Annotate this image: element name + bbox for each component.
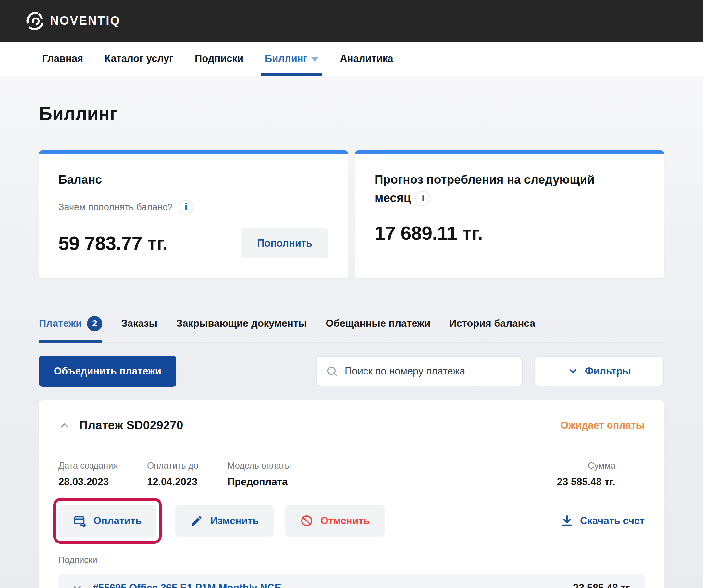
download-invoice-label: Скачать счет [580, 515, 644, 527]
forecast-title-text: Прогноз потребления на следующий месяц [375, 173, 595, 204]
nav-item-catalog[interactable]: Каталог услуг [104, 41, 173, 76]
subscription-link[interactable]: #55695 Office 365 E1 P1M Monthly NCE [93, 582, 282, 588]
tab-label: Закрывающие документы [176, 318, 307, 329]
forecast-amount: 17 689.11 тг. [375, 222, 644, 244]
nav-label: Подписки [195, 53, 243, 65]
field-label: Модель оплаты [228, 461, 291, 471]
payment-fields-row: Дата создания 28.03.2023 Оплатить до 12.… [59, 461, 644, 488]
topup-button[interactable]: Пополнить [241, 229, 328, 258]
subscriptions-label: Подписки [59, 555, 97, 565]
balance-hint-text: Зачем пополнять баланс? [59, 202, 173, 213]
field-value: 28.03.2023 [59, 476, 118, 488]
summary-cards: Баланс Зачем пополнять баланс? i 59 783.… [39, 150, 664, 278]
info-icon[interactable]: i [178, 200, 193, 215]
balance-hint-row: Зачем пополнять баланс? i [59, 200, 328, 215]
tab-promised-payments[interactable]: Обещанные платежи [325, 316, 431, 343]
page-title: Биллинг [39, 103, 664, 124]
tab-label: Платежи [39, 318, 82, 329]
active-tab-underline [261, 73, 322, 76]
nav-label: Биллинг [265, 53, 307, 65]
nav-item-home[interactable]: Главная [42, 41, 83, 76]
caret-down-icon [311, 58, 318, 62]
payments-toolbar: Объединить платежи Фильтры [39, 356, 664, 387]
noventiq-logo[interactable]: NOVENTIQ [25, 11, 121, 31]
payment-search-box [316, 356, 523, 386]
toolbar-right-group: Фильтры [316, 356, 664, 386]
payment-card-body: Дата создания 28.03.2023 Оплатить до 12.… [39, 447, 664, 588]
download-icon [560, 514, 573, 527]
merge-payments-button[interactable]: Объединить платежи [39, 356, 176, 387]
subscription-row[interactable]: #55695 Office 365 E1 P1M Monthly NCE 23 … [59, 574, 644, 588]
tab-label: Заказы [121, 318, 157, 329]
balance-amount: 59 783.77 тг. [59, 232, 167, 254]
tab-closing-documents[interactable]: Закрывающие документы [176, 316, 307, 343]
payments-count-badge: 2 [87, 316, 102, 331]
cancel-button-label: Отменить [320, 515, 370, 527]
pay-button-label: Оплатить [93, 515, 142, 527]
payment-card-icon [73, 514, 86, 527]
field-creation-date: Дата создания 28.03.2023 [59, 461, 118, 488]
payment-sum-value: 23 585.48 тг. [557, 476, 615, 488]
payment-title: Платеж SD029270 [79, 419, 183, 432]
edit-button-label: Изменить [210, 515, 259, 527]
balance-amount-row: 59 783.77 тг. Пополнить [59, 229, 328, 258]
filters-button[interactable]: Фильтры [534, 356, 664, 386]
balance-card: Баланс Зачем пополнять баланс? i 59 783.… [39, 150, 348, 278]
field-label: Дата создания [59, 461, 118, 471]
info-icon[interactable]: i [415, 191, 431, 206]
top-header-bar: NOVENTIQ [0, 0, 703, 41]
field-label: Оплатить до [147, 461, 198, 471]
tab-label: История баланса [449, 318, 535, 329]
payment-actions-row: Оплатить Изменить Отменить [59, 505, 644, 537]
tab-payments[interactable]: Платежи 2 [39, 316, 102, 343]
tab-label: Обещанные платежи [325, 318, 431, 329]
payment-search-input[interactable] [345, 365, 513, 377]
chevron-down-icon [567, 366, 578, 377]
nav-item-analytics[interactable]: Аналитика [340, 41, 393, 76]
prohibition-icon [300, 514, 313, 527]
logo-text: NOVENTIQ [50, 14, 121, 27]
field-pay-before: Оплатить до 12.04.2023 [147, 461, 198, 488]
pay-button[interactable]: Оплатить [59, 505, 156, 537]
nav-item-subscriptions[interactable]: Подписки [195, 41, 243, 76]
nav-item-billing[interactable]: Биллинг [265, 41, 318, 76]
chevron-down-icon[interactable] [71, 582, 83, 588]
download-invoice-link[interactable]: Скачать счет [560, 514, 644, 527]
balance-card-title: Баланс [59, 171, 328, 189]
page-content: Биллинг Баланс Зачем пополнять баланс? i… [0, 103, 703, 588]
nav-label: Главная [42, 53, 83, 65]
main-navigation: Главная Каталог услуг Подписки Биллинг А… [0, 41, 703, 76]
nav-label: Аналитика [340, 53, 393, 65]
edit-button[interactable]: Изменить [175, 505, 274, 537]
nav-label: Каталог услуг [104, 53, 173, 65]
tab-balance-history[interactable]: История баланса [449, 316, 535, 343]
field-label: Сумма [557, 461, 615, 471]
subscriptions-section: Подписки #55695 Office 365 E1 P1M Monthl… [59, 537, 644, 588]
divider [106, 560, 644, 561]
noventiq-logo-icon [25, 11, 45, 31]
tab-orders[interactable]: Заказы [121, 316, 157, 343]
pay-button-wrapper: Оплатить [59, 505, 156, 537]
forecast-card-title: Прогноз потребления на следующий месяцi [375, 171, 608, 207]
search-icon [326, 365, 338, 377]
payment-status-badge: Ожидает оплаты [560, 420, 644, 431]
field-payment-model: Модель оплаты Предоплата [228, 461, 291, 488]
forecast-card: Прогноз потребления на следующий месяцi … [355, 150, 664, 278]
filters-label: Фильтры [585, 365, 631, 377]
field-value: 12.04.2023 [147, 476, 198, 488]
collapse-chevron-up-icon[interactable] [59, 419, 71, 432]
field-value: Предоплата [228, 476, 291, 488]
pencil-icon [190, 514, 203, 527]
cancel-button[interactable]: Отменить [285, 505, 385, 537]
field-sum: Сумма 23 585.48 тг. [557, 461, 615, 488]
billing-tabs: Платежи 2 Заказы Закрывающие документы О… [39, 316, 664, 343]
payment-card-header: Платеж SD029270 Ожидает оплаты [39, 401, 664, 446]
subscription-amount: 23 585.48 тг. [573, 582, 632, 588]
payment-card: Платеж SD029270 Ожидает оплаты Дата созд… [39, 401, 664, 588]
subscriptions-header: Подписки [59, 555, 644, 565]
